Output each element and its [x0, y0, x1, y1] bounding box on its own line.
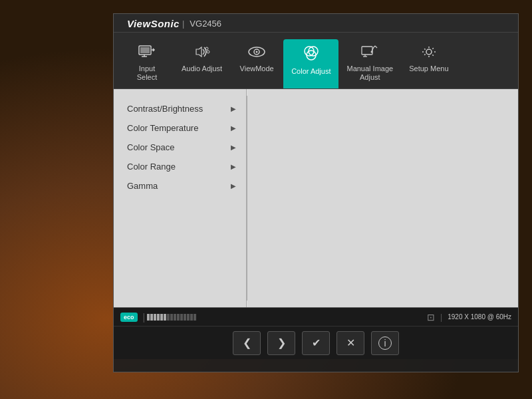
- confirm-icon: ✔: [312, 336, 321, 349]
- tab-color-adjust-label: Color Adjust: [291, 67, 331, 76]
- svg-point-5: [207, 51, 209, 53]
- input-select-icon: [138, 45, 156, 62]
- tab-audio-adjust[interactable]: Audio Adjust: [174, 39, 230, 88]
- svg-point-4: [205, 47, 208, 50]
- tab-manual-image-adjust-label: Manual Image Adjust: [346, 65, 393, 82]
- menu-list: Contrast/Brightness ▶ Color Temperature …: [114, 89, 247, 307]
- menu-item-label: Color Temperature: [127, 123, 198, 133]
- info-button[interactable]: i: [371, 331, 399, 355]
- svg-rect-12: [362, 47, 372, 55]
- menu-content: [247, 89, 518, 307]
- forward-icon: ❯: [277, 336, 286, 349]
- back-button[interactable]: ❮: [233, 331, 261, 355]
- exit-icon: ✕: [346, 336, 355, 349]
- menu-arrow: ▶: [231, 144, 236, 151]
- confirm-button[interactable]: ✔: [302, 331, 330, 355]
- menu-arrow: ▶: [231, 124, 236, 132]
- tab-setup-menu-label: Setup Menu: [409, 65, 448, 73]
- info-icon: i: [378, 336, 392, 350]
- status-bar: eco | ⊡ | 1920 X 1080 @ 60Hz: [114, 307, 518, 326]
- menu-item-label: Color Space: [127, 142, 175, 152]
- back-icon: ❮: [243, 336, 251, 349]
- nav-tabs: Input Select Audio Adjust: [114, 33, 518, 89]
- menu-item-color-temperature[interactable]: Color Temperature ▶: [114, 118, 246, 138]
- eco-badge: eco: [120, 313, 138, 322]
- osd-panel: ViewSonic | VG2456 Input Select: [113, 13, 519, 372]
- svg-point-8: [256, 51, 258, 53]
- setup-menu-icon: [420, 45, 438, 62]
- tab-color-adjust[interactable]: Color Adjust: [283, 39, 338, 88]
- osd-content: Contrast/Brightness ▶ Color Temperature …: [114, 89, 518, 307]
- audio-adjust-icon: [194, 45, 211, 62]
- viewmode-icon: [248, 45, 265, 62]
- tab-setup-menu[interactable]: Setup Menu: [401, 39, 456, 88]
- tab-viewmode[interactable]: ViewMode: [230, 39, 283, 88]
- menu-item-label: Contrast/Brightness: [127, 104, 203, 114]
- resolution-text: 1920 X 1080 @ 60Hz: [448, 313, 511, 321]
- menu-arrow: ▶: [231, 163, 236, 170]
- menu-item-color-range[interactable]: Color Range ▶: [114, 157, 246, 176]
- status-icons: ⊡ | 1920 X 1080 @ 60Hz: [427, 312, 511, 323]
- brand-logo: ViewSonic: [127, 18, 180, 29]
- status-pipe: |: [440, 313, 442, 322]
- brightness-bar: |: [143, 312, 197, 323]
- color-adjust-icon: [303, 45, 320, 65]
- svg-point-19: [426, 49, 432, 55]
- display-icon: ⊡: [427, 312, 435, 323]
- manual-image-adjust-icon: [360, 45, 379, 62]
- tab-manual-image-adjust[interactable]: Manual Image Adjust: [338, 39, 401, 88]
- brand-model: VG2456: [190, 19, 221, 29]
- svg-rect-1: [140, 47, 150, 53]
- menu-item-label: Color Range: [127, 162, 176, 172]
- tab-audio-adjust-label: Audio Adjust: [182, 65, 222, 73]
- menu-item-gamma[interactable]: Gamma ▶: [114, 176, 246, 196]
- bottom-nav: ❮ ❯ ✔ ✕ i: [114, 326, 518, 359]
- svg-point-18: [371, 51, 373, 53]
- tab-input-select-label: Input Select: [137, 65, 158, 82]
- exit-button[interactable]: ✕: [336, 331, 364, 355]
- menu-item-label: Gamma: [127, 181, 158, 191]
- menu-arrow: ▶: [231, 182, 236, 190]
- tab-viewmode-label: ViewMode: [240, 65, 274, 73]
- menu-item-contrast-brightness[interactable]: Contrast/Brightness ▶: [114, 99, 246, 118]
- brand-separator: |: [182, 19, 184, 29]
- menu-item-color-space[interactable]: Color Space ▶: [114, 138, 246, 157]
- forward-button[interactable]: ❯: [267, 331, 295, 355]
- tab-input-select[interactable]: Input Select: [120, 39, 174, 88]
- svg-line-16: [375, 46, 377, 48]
- osd-header: ViewSonic | VG2456: [114, 14, 518, 33]
- menu-arrow: ▶: [231, 105, 236, 112]
